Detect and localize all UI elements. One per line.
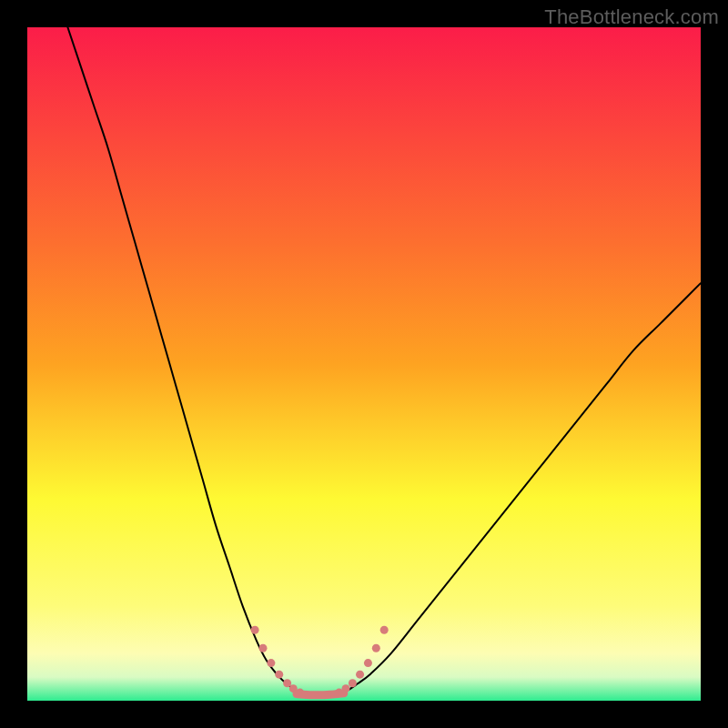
left-dotted-tail-dot (267, 659, 275, 667)
chart-background (27, 27, 701, 701)
right-dotted-tail-dot (364, 659, 372, 667)
left-dotted-tail-dot (275, 671, 283, 679)
chart-frame: TheBottleneck.com (0, 0, 728, 728)
left-dotted-tail-dot (259, 644, 268, 652)
right-dotted-tail-dot (349, 679, 357, 687)
right-dotted-tail-dot (380, 626, 389, 634)
chart-svg (27, 27, 701, 701)
watermark-label: TheBottleneck.com (544, 5, 719, 29)
left-dotted-tail-dot (251, 626, 259, 634)
right-dotted-tail-dot (356, 671, 364, 679)
right-dotted-tail-dot (372, 644, 380, 652)
valley-floor (297, 693, 344, 695)
chart-plot (27, 27, 701, 701)
